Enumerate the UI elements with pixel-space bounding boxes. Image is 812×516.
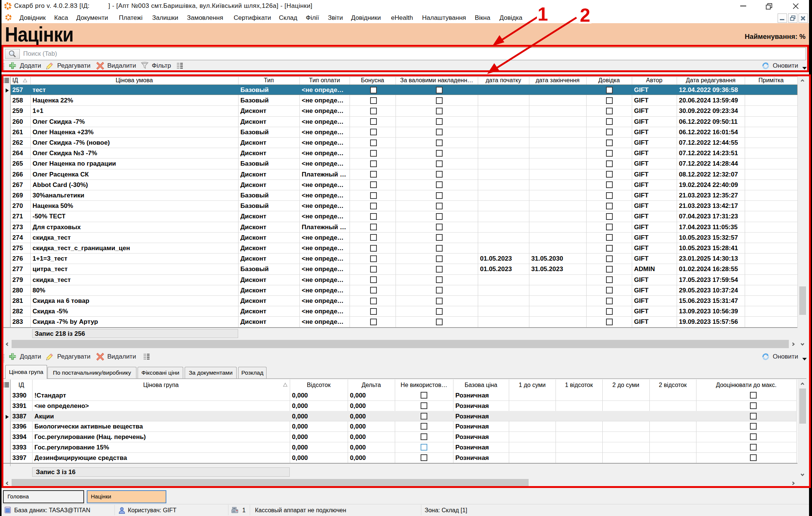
svg-text:2: 2	[580, 5, 590, 26]
svg-text:1: 1	[538, 4, 548, 25]
